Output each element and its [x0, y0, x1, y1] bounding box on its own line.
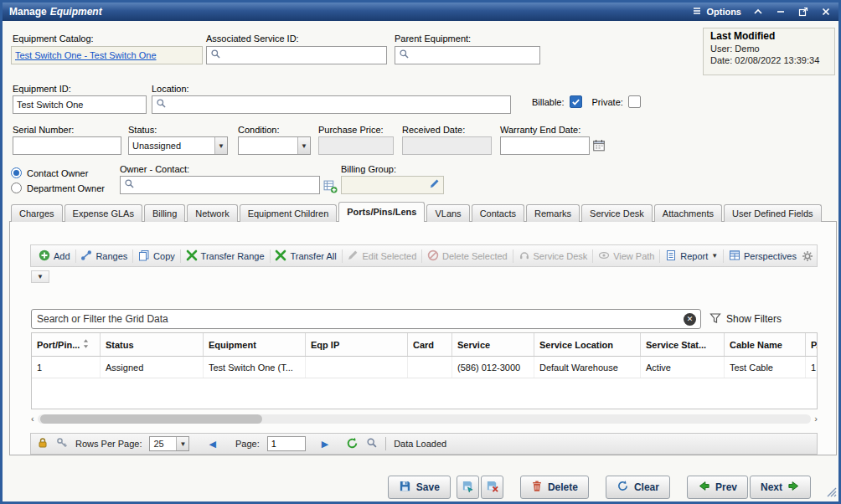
column-header-service-status[interactable]: Service Stat...	[641, 333, 725, 356]
close-button[interactable]	[820, 6, 832, 18]
save-and-new-icon	[462, 480, 474, 495]
tab-expense-glas[interactable]: Expense GLAs	[64, 204, 142, 222]
parent-equipment-input[interactable]	[413, 50, 536, 60]
associated-service-id-input[interactable]	[224, 50, 383, 60]
popout-button[interactable]	[797, 6, 809, 18]
toolbar-overflow-button[interactable]: ▼	[31, 270, 49, 283]
location-input[interactable]	[170, 100, 507, 110]
private-checkbox[interactable]	[628, 95, 641, 108]
table-row[interactable]: 1 Assigned Test Switch One (T... (586) 0…	[32, 357, 817, 378]
cell-status: Assigned	[101, 357, 204, 378]
column-header-service[interactable]: Service	[452, 333, 534, 356]
prev-button[interactable]: Prev	[687, 476, 748, 499]
tab-attachments[interactable]: Attachments	[654, 204, 722, 222]
report-button[interactable]: Report ▼	[661, 247, 722, 265]
minimize-button[interactable]	[775, 6, 787, 18]
lock-icon[interactable]	[37, 437, 49, 450]
pencil-icon[interactable]	[429, 177, 440, 193]
edit-selected-button[interactable]: Edit Selected	[343, 247, 420, 265]
scrollbar-track[interactable]	[38, 414, 812, 424]
calendar-icon[interactable]	[592, 138, 606, 156]
serial-number-input[interactable]	[17, 141, 117, 151]
search-input[interactable]	[37, 313, 678, 325]
warranty-end-date-input[interactable]	[504, 141, 586, 151]
equipment-catalog-link[interactable]: Test Switch One - Test Switch One	[15, 50, 157, 60]
copy-button[interactable]: Copy	[134, 247, 179, 265]
equipment-id-input[interactable]	[17, 100, 142, 110]
add-contact-grid-icon[interactable]	[323, 179, 338, 197]
save-and-new-button[interactable]	[457, 476, 479, 499]
footer-search-icon[interactable]	[366, 437, 378, 450]
clear-search-icon[interactable]: ✕	[684, 313, 696, 326]
report-button-label: Report	[680, 251, 708, 261]
tab-billing[interactable]: Billing	[144, 204, 185, 222]
condition-select[interactable]: ▼	[238, 136, 311, 155]
cell-service-status: Active	[641, 357, 725, 378]
equipment-id-field	[13, 95, 147, 114]
add-button[interactable]: Add	[34, 247, 75, 265]
scroll-right-arrow[interactable]: ›	[814, 413, 818, 425]
edit-selected-button-label: Edit Selected	[362, 251, 416, 261]
contact-owner-radio[interactable]	[11, 167, 22, 178]
tab-ports-pins-lens[interactable]: Ports/Pins/Lens	[338, 202, 425, 222]
page-input[interactable]	[271, 439, 305, 449]
delete-button[interactable]: Delete	[520, 476, 589, 499]
ranges-button[interactable]: Ranges	[76, 247, 132, 265]
clear-button[interactable]: Clear	[606, 476, 670, 499]
collapse-button[interactable]	[752, 6, 764, 18]
transfer-range-button-label: Transfer Range	[201, 251, 265, 261]
billable-checkbox[interactable]	[570, 95, 582, 108]
column-header-eqp-ip[interactable]: Eqp IP	[306, 333, 408, 356]
tab-equipment-children[interactable]: Equipment Children	[240, 204, 338, 222]
department-owner-radio[interactable]	[11, 183, 22, 193]
status-select[interactable]: Unassigned ▼	[128, 136, 228, 155]
tab-vlans[interactable]: VLans	[426, 204, 469, 222]
view-path-button[interactable]: View Path	[594, 247, 658, 265]
resize-grip[interactable]	[826, 486, 837, 501]
rows-per-page-select[interactable]: 25 ▼	[149, 436, 189, 451]
equipment-catalog-field: Test Switch One - Test Switch One	[11, 46, 203, 64]
sort-icon[interactable]	[83, 338, 89, 351]
column-header-equipment[interactable]: Equipment	[204, 333, 306, 356]
save-button[interactable]: Save	[388, 476, 451, 499]
transfer-all-button[interactable]: Transfer All	[271, 247, 340, 265]
grid-settings-gear-icon[interactable]	[802, 250, 813, 262]
parent-equipment-field	[395, 46, 540, 64]
next-arrow-icon	[787, 480, 800, 495]
column-header-cable-name[interactable]: Cable Name	[725, 333, 806, 356]
column-header-card[interactable]: Card	[408, 333, 452, 356]
purchase-price-field	[318, 136, 394, 155]
received-date-label: Received Date:	[402, 125, 465, 135]
delete-button-label: Delete	[548, 481, 578, 493]
tab-contacts[interactable]: Contacts	[472, 204, 524, 222]
save-and-close-button[interactable]	[481, 476, 503, 499]
tab-service-desk[interactable]: Service Desk	[581, 204, 653, 222]
scrollbar-thumb[interactable]	[40, 414, 262, 424]
column-header-p[interactable]: P...	[806, 333, 817, 356]
perspectives-button[interactable]: Perspectives	[725, 247, 801, 265]
tab-remarks[interactable]: Remarks	[526, 204, 580, 222]
tab-user-defined-fields[interactable]: User Defined Fields	[724, 204, 822, 222]
next-button[interactable]: Next	[750, 476, 811, 499]
options-button[interactable]: Options	[692, 6, 741, 18]
delete-selected-button[interactable]: Delete Selected	[423, 247, 512, 265]
show-filters-button[interactable]: Show Filters	[709, 312, 782, 327]
column-header-service-location[interactable]: Service Location	[534, 333, 641, 356]
column-header-status[interactable]: Status	[101, 333, 204, 356]
billing-group-label: Billing Group:	[341, 164, 396, 174]
page-next-button[interactable]: ▶	[322, 439, 328, 450]
department-owner-row: Department Owner	[11, 183, 105, 193]
scroll-left-arrow[interactable]: ‹	[31, 413, 34, 425]
tab-charges[interactable]: Charges	[11, 204, 63, 222]
owner-contact-input[interactable]	[138, 180, 316, 190]
key-icon[interactable]	[56, 437, 68, 450]
search-icon	[399, 48, 410, 63]
tab-network[interactable]: Network	[187, 204, 237, 222]
page-prev-button[interactable]: ◀	[209, 439, 215, 450]
last-modified-user: User: Demo	[710, 44, 828, 54]
transfer-range-button[interactable]: Transfer Range	[182, 247, 269, 265]
cell-cable-name: Test Cable	[725, 357, 806, 378]
service-desk-button[interactable]: Service Desk	[514, 247, 592, 265]
column-header-port-pin[interactable]: Port/Pin...	[32, 333, 101, 356]
refresh-icon[interactable]	[346, 437, 359, 451]
